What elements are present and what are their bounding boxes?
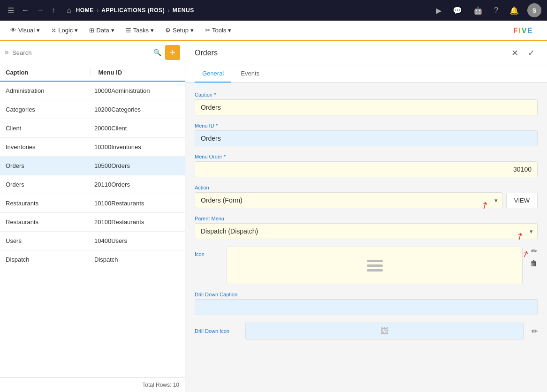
cell-menuid: 10300Inventories (91, 143, 179, 151)
search-input[interactable] (12, 49, 150, 56)
add-button[interactable]: + (165, 45, 180, 60)
toolbar-tools[interactable]: ✂ Tools ▾ (200, 24, 236, 37)
table-row[interactable]: Client 20000Client (0, 119, 185, 138)
data-chevron: ▾ (111, 27, 114, 34)
cell-menuid: 10500Orders (91, 162, 179, 169)
cell-caption: Restaurants (6, 219, 91, 226)
main-layout: ≡ 🔍 + Caption Menu ID Administration 100… (0, 41, 547, 392)
chat-button[interactable]: 💬 (450, 4, 465, 17)
visual-chevron: ▾ (37, 27, 40, 34)
toolbar-setup[interactable]: ⚙ Setup ▾ (160, 24, 198, 37)
back-icon[interactable]: ← (20, 4, 31, 16)
logic-icon: ⤮ (51, 27, 56, 34)
drill-down-icon-edit-button[interactable]: ✏ (528, 327, 538, 336)
table-row[interactable]: Orders 20110Orders (0, 175, 185, 194)
breadcrumb-applications[interactable]: APPLICATIONS (ROS) (101, 7, 165, 14)
breadcrumb-sep-2: › (167, 7, 170, 14)
toolbar: 👁 Visual ▾ ⤮ Logic ▾ ⊞ Data ▾ ☰ Tasks ▾ … (0, 21, 547, 41)
tasks-chevron: ▾ (151, 27, 154, 34)
top-nav-right: ▶ 💬 🤖 ? 🔔 S (433, 3, 541, 17)
table-row[interactable]: Restaurants 10100Restaurants (0, 194, 185, 213)
caption-label: Caption * (195, 92, 538, 98)
tasks-label: Tasks (133, 27, 149, 34)
tabs: General Events (185, 65, 547, 83)
cell-menuid: 10100Restaurants (91, 200, 179, 207)
cell-caption: Dispatch (6, 256, 91, 263)
form-area: Caption * Menu ID * Menu Order * Action (185, 83, 547, 392)
drill-down-caption-field-group: Drill Down Caption (195, 292, 538, 315)
col-menuid-header: Menu ID (95, 69, 180, 76)
action-field-group: Action Orders (Form) ▾ ↗ (195, 185, 502, 208)
table-row[interactable]: Orders 10500Orders (0, 157, 185, 175)
breadcrumb-home[interactable]: HOME (76, 7, 94, 14)
tab-events[interactable]: Events (233, 65, 267, 83)
table-row[interactable]: Restaurants 20100Restaurants (0, 213, 185, 232)
setup-label: Setup (173, 27, 189, 34)
parent-menu-label: Parent Menu (195, 216, 538, 221)
breadcrumb-menus[interactable]: MENUS (173, 7, 194, 14)
cell-caption: Orders (6, 181, 91, 188)
cell-caption: Categories (6, 106, 91, 113)
five-logo: F I V E (513, 25, 541, 36)
menu-id-input[interactable] (195, 130, 538, 146)
table-row[interactable]: Users 10400Users (0, 232, 185, 250)
toolbar-data[interactable]: ⊞ Data ▾ (84, 24, 119, 37)
filter-icon: ≡ (5, 49, 8, 56)
tasks-icon: ☰ (126, 27, 131, 34)
logic-chevron: ▾ (75, 27, 78, 34)
menu-order-field-group: Menu Order * (195, 154, 538, 177)
icon-preview (227, 247, 523, 284)
logic-label: Logic (58, 27, 73, 34)
action-select[interactable]: Orders (Form) (195, 192, 502, 208)
avatar[interactable]: S (527, 3, 541, 17)
svg-text:F: F (513, 27, 518, 35)
caption-input[interactable] (195, 99, 538, 115)
close-button[interactable]: ✕ (509, 47, 521, 59)
icon-actions: ↗ ✏ 🗑 (526, 247, 538, 268)
table-row[interactable]: Dispatch Dispatch (0, 250, 185, 269)
tools-icon: ✂ (205, 27, 210, 34)
icon-delete-button[interactable]: 🗑 (530, 259, 538, 268)
table-row[interactable]: Administration 10000Administration (0, 82, 185, 100)
icon-edit-button[interactable]: ✏ (531, 247, 537, 256)
visual-label: Visual (18, 27, 35, 34)
cell-menuid: 10000Administration (91, 87, 179, 94)
drill-down-caption-input[interactable] (195, 299, 538, 315)
bell-button[interactable]: 🔔 (507, 4, 522, 17)
toolbar-tasks[interactable]: ☰ Tasks ▾ (121, 24, 159, 37)
table-header: Caption Menu ID (0, 64, 185, 82)
toolbar-visual[interactable]: 👁 Visual ▾ (6, 24, 45, 37)
drill-down-icon-preview: 🖼 (245, 323, 524, 339)
search-bar: ≡ 🔍 + (0, 41, 185, 64)
table-footer: Total Rows: 10 (0, 377, 185, 392)
icon-field-row: Icon ↗ ✏ 🗑 (195, 247, 538, 284)
play-button[interactable]: ▶ (433, 4, 444, 17)
cell-menuid: 20100Restaurants (91, 219, 179, 226)
parent-menu-select-wrapper: Dispatch (Dispatch) ▾ ↗ (195, 223, 538, 239)
visual-icon: 👁 (10, 27, 16, 34)
cell-caption: Client (6, 125, 91, 132)
drill-down-caption-label: Drill Down Caption (195, 292, 538, 297)
table-row[interactable]: Inventories 10300Inventories (0, 138, 185, 157)
drill-down-icon-label: Drill Down Icon (195, 328, 242, 334)
tools-chevron: ▾ (228, 27, 231, 34)
hamburger-icon[interactable]: ☰ (6, 4, 16, 17)
up-icon[interactable]: ↑ (50, 4, 57, 16)
confirm-button[interactable]: ✓ (525, 47, 538, 59)
svg-text:V: V (522, 27, 527, 35)
cell-menuid: 10400Users (91, 237, 179, 244)
svg-text:E: E (527, 27, 532, 35)
view-button[interactable]: VIEW (506, 193, 538, 208)
icon-label: Icon (195, 247, 223, 257)
robot-button[interactable]: 🤖 (471, 4, 486, 17)
header-actions: ✕ ✓ (509, 47, 538, 59)
home-icon: ⌂ (65, 4, 73, 16)
table-row[interactable]: Categories 10200Categories (0, 100, 185, 119)
parent-menu-select[interactable]: Dispatch (Dispatch) (195, 223, 538, 239)
content-title: Orders (195, 49, 218, 57)
forward-icon[interactable]: → (35, 4, 46, 16)
menu-order-input[interactable] (195, 161, 538, 177)
tab-general[interactable]: General (195, 65, 231, 83)
help-button[interactable]: ? (491, 4, 501, 16)
toolbar-logic[interactable]: ⤮ Logic ▾ (46, 24, 83, 37)
